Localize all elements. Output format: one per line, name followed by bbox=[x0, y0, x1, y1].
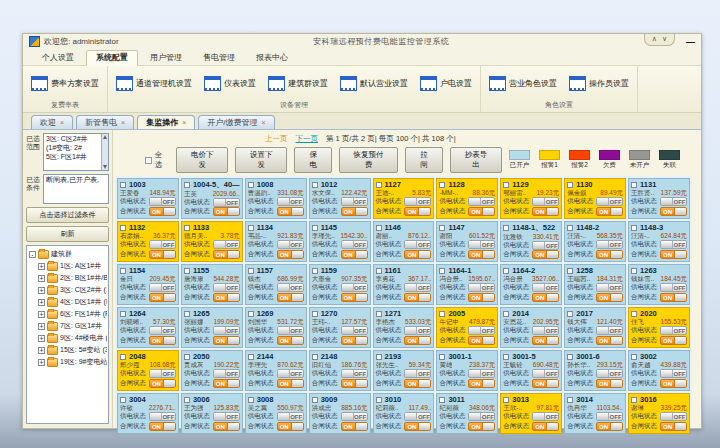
scroll-down-icon[interactable] bbox=[103, 165, 107, 169]
card-checkbox[interactable] bbox=[631, 268, 637, 274]
expand-box-icon[interactable]: + bbox=[38, 263, 45, 270]
supply-status-toggle[interactable]: OFF bbox=[532, 369, 559, 378]
close-icon[interactable]: × bbox=[182, 119, 186, 126]
refresh-button[interactable]: 刷新 bbox=[26, 226, 109, 242]
card-checkbox[interactable] bbox=[503, 397, 509, 403]
close-icon[interactable]: × bbox=[60, 119, 64, 126]
card-checkbox[interactable] bbox=[376, 182, 382, 188]
card-checkbox[interactable] bbox=[312, 225, 318, 231]
scroll-up-icon[interactable] bbox=[103, 135, 107, 139]
card-checkbox[interactable] bbox=[567, 225, 573, 231]
collapse-box-icon[interactable]: - bbox=[29, 251, 36, 258]
close-status-toggle[interactable]: ON bbox=[213, 379, 240, 388]
toolbar-button[interactable]: 保电 bbox=[294, 147, 332, 173]
close-status-toggle[interactable]: ON bbox=[213, 293, 240, 302]
supply-status-toggle[interactable]: OFF bbox=[660, 240, 687, 249]
card-checkbox[interactable] bbox=[376, 268, 382, 274]
supply-status-toggle[interactable]: OFF bbox=[341, 240, 368, 249]
close-status-toggle[interactable]: ON bbox=[596, 422, 623, 431]
close-status-toggle[interactable]: ON bbox=[404, 422, 431, 431]
close-status-toggle[interactable]: ON bbox=[468, 207, 495, 216]
card-checkbox[interactable] bbox=[376, 397, 382, 403]
expand-box-icon[interactable]: + bbox=[38, 311, 45, 318]
card-checkbox[interactable] bbox=[567, 354, 573, 360]
supply-status-toggle[interactable]: OFF bbox=[596, 326, 623, 335]
card-checkbox[interactable] bbox=[503, 268, 509, 274]
close-status-toggle[interactable]: ON bbox=[213, 207, 240, 216]
card-checkbox[interactable] bbox=[376, 225, 382, 231]
tab-1[interactable]: 欢迎× bbox=[31, 115, 73, 129]
close-status-toggle[interactable]: ON bbox=[660, 336, 687, 345]
menu-tab-3[interactable]: 用户管理 bbox=[141, 51, 191, 65]
close-status-toggle[interactable]: ON bbox=[149, 293, 176, 302]
supply-status-toggle[interactable]: OFF bbox=[341, 369, 368, 378]
close-status-toggle[interactable]: ON bbox=[532, 422, 559, 431]
supply-status-toggle[interactable]: OFF bbox=[468, 197, 495, 206]
close-status-toggle[interactable]: ON bbox=[213, 336, 240, 345]
toolbar-button[interactable]: 恢复预付费 bbox=[339, 147, 398, 173]
supply-status-toggle[interactable]: OFF bbox=[596, 369, 623, 378]
close-status-toggle[interactable]: ON bbox=[532, 336, 559, 345]
expand-box-icon[interactable]: + bbox=[38, 275, 45, 282]
card-checkbox[interactable] bbox=[631, 225, 637, 231]
supply-status-toggle[interactable]: OFF bbox=[341, 326, 368, 335]
card-checkbox[interactable] bbox=[631, 311, 637, 317]
supply-status-toggle[interactable]: OFF bbox=[341, 283, 368, 292]
close-status-toggle[interactable]: ON bbox=[149, 207, 176, 216]
close-status-toggle[interactable]: ON bbox=[277, 293, 304, 302]
supply-status-toggle[interactable]: OFF bbox=[341, 197, 368, 206]
supply-status-toggle[interactable]: OFF bbox=[468, 369, 495, 378]
card-checkbox[interactable] bbox=[248, 397, 254, 403]
card-checkbox[interactable] bbox=[439, 182, 445, 188]
close-status-toggle[interactable]: ON bbox=[596, 379, 623, 388]
selected-range-listbox[interactable]: 3区: C区2#井(1#变电: 2#5区: F区1#井 bbox=[43, 133, 109, 171]
supply-status-toggle[interactable]: OFF bbox=[149, 326, 176, 335]
close-status-toggle[interactable]: ON bbox=[341, 422, 368, 431]
card-checkbox[interactable] bbox=[439, 397, 445, 403]
card-checkbox[interactable] bbox=[248, 268, 254, 274]
supply-status-toggle[interactable]: OFF bbox=[660, 326, 687, 335]
supply-status-toggle[interactable]: OFF bbox=[596, 197, 623, 206]
card-checkbox[interactable] bbox=[439, 225, 445, 231]
menu-tab-5[interactable]: 报表中心 bbox=[247, 51, 297, 65]
close-status-toggle[interactable]: ON bbox=[660, 207, 687, 216]
supply-status-toggle[interactable]: OFF bbox=[149, 197, 176, 206]
card-checkbox[interactable] bbox=[312, 311, 318, 317]
card-checkbox[interactable] bbox=[120, 311, 126, 317]
tree-root[interactable]: -建筑群 bbox=[29, 248, 107, 260]
close-status-toggle[interactable]: ON bbox=[341, 293, 368, 302]
card-checkbox[interactable] bbox=[631, 354, 637, 360]
close-status-toggle[interactable]: ON bbox=[277, 207, 304, 216]
close-status-toggle[interactable]: ON bbox=[341, 336, 368, 345]
card-checkbox[interactable] bbox=[631, 182, 637, 188]
close-status-toggle[interactable]: ON bbox=[404, 336, 431, 345]
close-status-toggle[interactable]: ON bbox=[404, 379, 431, 388]
close-status-toggle[interactable]: ON bbox=[596, 207, 623, 216]
supply-status-toggle[interactable]: OFF bbox=[277, 283, 304, 292]
close-status-toggle[interactable]: ON bbox=[532, 293, 559, 302]
supply-status-toggle[interactable]: OFF bbox=[596, 240, 623, 249]
tab-2[interactable]: 新管售电× bbox=[76, 115, 134, 129]
chevron-down-icon[interactable]: ∨ bbox=[662, 35, 667, 43]
toolbar-button[interactable]: 电价下发 bbox=[176, 147, 228, 173]
supply-status-toggle[interactable]: OFF bbox=[149, 412, 176, 421]
supply-status-toggle[interactable]: OFF bbox=[532, 326, 559, 335]
supply-status-toggle[interactable]: OFF bbox=[341, 412, 368, 421]
supply-status-toggle[interactable]: OFF bbox=[277, 240, 304, 249]
supply-status-toggle[interactable]: OFF bbox=[404, 326, 431, 335]
close-status-toggle[interactable]: ON bbox=[468, 379, 495, 388]
close-status-toggle[interactable]: ON bbox=[660, 293, 687, 302]
close-status-toggle[interactable]: ON bbox=[660, 379, 687, 388]
card-checkbox[interactable] bbox=[439, 354, 445, 360]
ribbon-toggle[interactable]: ∧ ∨ bbox=[644, 34, 675, 46]
next-page-link[interactable]: 下一页 bbox=[296, 134, 319, 144]
close-status-toggle[interactable]: ON bbox=[277, 379, 304, 388]
card-checkbox[interactable] bbox=[503, 354, 509, 360]
supply-status-toggle[interactable]: OFF bbox=[660, 369, 687, 378]
expand-box-icon[interactable]: + bbox=[38, 359, 45, 366]
close-status-toggle[interactable]: ON bbox=[149, 250, 176, 259]
supply-status-toggle[interactable]: OFF bbox=[149, 369, 176, 378]
close-status-toggle[interactable]: ON bbox=[596, 336, 623, 345]
close-status-toggle[interactable]: ON bbox=[404, 207, 431, 216]
card-checkbox[interactable] bbox=[567, 311, 573, 317]
